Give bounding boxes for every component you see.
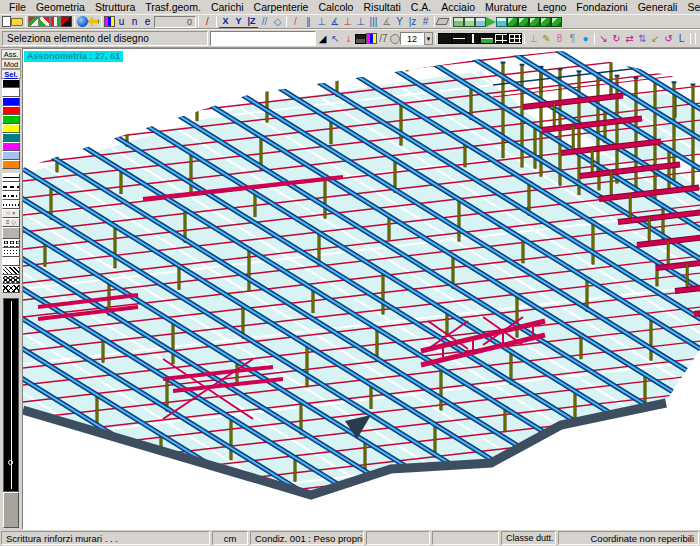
prism-icon-4[interactable] xyxy=(496,17,507,27)
select-window-icon[interactable] xyxy=(39,16,50,27)
draw-line-icon[interactable]: / xyxy=(201,15,214,28)
fill-red-black-icon[interactable] xyxy=(61,16,72,27)
perp-base-icon[interactable]: ⊥ xyxy=(341,15,354,28)
menu-murature[interactable]: Murature xyxy=(480,1,532,13)
menu-file[interactable]: File xyxy=(4,1,31,13)
color-swatch-5[interactable] xyxy=(2,124,20,133)
menu-generali[interactable]: Generali xyxy=(633,1,683,13)
color-swatch-9[interactable] xyxy=(2,160,20,169)
menu-calcolo[interactable]: Calcolo xyxy=(313,1,358,13)
undo-tool-icon[interactable]: ↺ xyxy=(662,32,675,45)
color-swatch-6[interactable] xyxy=(2,133,20,142)
small-eight-icon[interactable]: 8 xyxy=(553,32,566,45)
button-e[interactable]: e xyxy=(141,15,154,28)
grid-icon[interactable]: # xyxy=(419,15,432,28)
dark-box-icon[interactable] xyxy=(355,34,366,44)
z-line-icon[interactable]: |z xyxy=(406,15,419,28)
copy-tool-icon[interactable]: ⇄ xyxy=(623,32,636,45)
window-tile-icon-2[interactable] xyxy=(452,33,466,44)
sphere-view-icon[interactable] xyxy=(77,16,88,27)
font-size-field[interactable]: 12 xyxy=(400,32,424,45)
corner-triangle-icon[interactable]: ◢ xyxy=(316,32,329,45)
triple-line-icon[interactable]: ||| xyxy=(367,15,380,28)
color-swatch-4[interactable] xyxy=(2,115,20,124)
menu-geometria[interactable]: Geometria xyxy=(31,1,90,13)
open-folder-icon[interactable] xyxy=(11,18,23,26)
menu-legno[interactable]: Legno xyxy=(532,1,571,13)
menu-acciaio[interactable]: Acciaio xyxy=(436,1,480,13)
prism-icon-1[interactable] xyxy=(453,17,464,27)
mirror-tool-icon[interactable]: ⇅ xyxy=(636,32,649,45)
selection-input[interactable] xyxy=(210,31,316,46)
hatch-pattern-3[interactable] xyxy=(2,257,20,266)
cube-icon-4[interactable] xyxy=(540,17,551,27)
prism-icon-2[interactable] xyxy=(464,17,475,27)
down-arrow-icon[interactable]: ↓ xyxy=(342,32,355,45)
slider-thumb[interactable] xyxy=(3,492,19,528)
marker-style-1[interactable]: ○ × xyxy=(2,209,20,218)
color-swatch-0[interactable] xyxy=(2,79,20,88)
move-tool-icon[interactable]: ↘ xyxy=(597,32,610,45)
wye-icon[interactable]: Y xyxy=(393,15,406,28)
menu-selezioni[interactable]: Selezioni xyxy=(682,1,700,13)
menu-ca[interactable]: C.A. xyxy=(406,1,436,13)
color-swatch-2[interactable] xyxy=(2,97,20,106)
line-style-dashdot[interactable] xyxy=(2,191,20,200)
axis-y-icon[interactable]: Y xyxy=(232,16,245,28)
menu-carichi[interactable]: Carichi xyxy=(206,1,249,13)
axis-x-icon[interactable]: X xyxy=(219,16,232,28)
extrude-icon[interactable] xyxy=(88,17,99,26)
perpendicular-icon[interactable]: ⊥ xyxy=(315,15,328,28)
window-tile-icon-1[interactable] xyxy=(438,33,452,44)
color-swatch-8[interactable] xyxy=(2,151,20,160)
button-n[interactable]: n xyxy=(128,15,141,28)
select-all-icon[interactable] xyxy=(50,16,61,27)
rhombus-icon[interactable]: ◇ xyxy=(271,15,284,28)
prism-icon-3[interactable] xyxy=(475,17,486,27)
slash-icon[interactable]: / xyxy=(289,15,302,28)
axis-z-icon[interactable]: |Z xyxy=(245,16,258,28)
drawing-canvas[interactable]: Assonometria : 27, 61 xyxy=(22,48,700,529)
slash-seven-icon[interactable]: /7 xyxy=(377,32,390,45)
cube-icon-2[interactable] xyxy=(518,17,529,27)
cube-icon-1[interactable] xyxy=(507,17,518,27)
parallel-icon[interactable]: ∥ xyxy=(302,15,315,28)
node-perp-icon[interactable]: ⊥ xyxy=(527,32,540,45)
angle-measure-icon[interactable]: ∡ xyxy=(380,15,393,28)
marker-style-2[interactable]: ≡ ◇ xyxy=(2,218,20,227)
pencil-icon[interactable]: ✎ xyxy=(540,32,553,45)
line-style-solid[interactable] xyxy=(2,173,20,182)
structural-model-view[interactable] xyxy=(23,49,700,530)
hatch-pattern-4[interactable] xyxy=(2,266,20,275)
rotate-tool-icon[interactable]: ↻ xyxy=(610,32,623,45)
l-tool-icon[interactable]: L xyxy=(675,32,688,45)
font-size-spinner[interactable]: ▼ xyxy=(424,32,433,45)
circle-icon[interactable] xyxy=(390,34,400,44)
color-box-icon[interactable] xyxy=(366,33,377,44)
menu-fondazioni[interactable]: Fondazioni xyxy=(571,1,632,13)
color-map-icon[interactable] xyxy=(104,16,115,27)
parallel-slashes-icon[interactable]: // xyxy=(258,15,271,28)
hatch-pattern-5[interactable] xyxy=(2,275,20,284)
color-swatch-3[interactable] xyxy=(2,106,20,115)
pick-cursor-icon[interactable]: ↖ xyxy=(329,32,342,45)
window-tile-icon-6[interactable] xyxy=(508,33,522,44)
sidebar-tab-ass[interactable]: Ass. xyxy=(1,49,21,59)
line-style-dashed[interactable] xyxy=(2,182,20,191)
sidebar-tab-sel[interactable]: Sel. xyxy=(1,69,21,79)
menu-risultati[interactable]: Risultati xyxy=(358,1,405,13)
menu-struttura[interactable]: Struttura xyxy=(90,1,140,13)
hatch-pattern-2[interactable] xyxy=(2,248,20,257)
sidebar-tab-mod[interactable]: Mod xyxy=(1,59,21,69)
new-file-icon[interactable] xyxy=(2,16,11,27)
angle-icon[interactable]: ∡ xyxy=(328,15,341,28)
numeric-field[interactable]: 0 xyxy=(154,16,196,28)
blank-style-button[interactable] xyxy=(2,227,20,239)
paragraph-icon[interactable]: ¶ xyxy=(566,32,579,45)
line-style-dotted[interactable] xyxy=(2,200,20,209)
color-swatch-1[interactable] xyxy=(2,88,20,97)
stretch-tool-icon[interactable]: ↙ xyxy=(649,32,662,45)
window-tile-icon-5[interactable] xyxy=(494,33,508,44)
cube-icon-3[interactable] xyxy=(529,17,540,27)
select-elements-icon[interactable] xyxy=(28,16,39,27)
